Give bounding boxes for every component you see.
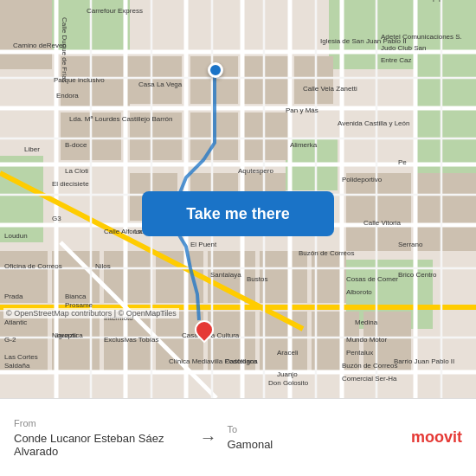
bottom-navigation-bar: From Conde Lucanor Esteban Sáez Alvarado…	[0, 398, 476, 476]
svg-rect-16	[294, 56, 333, 104]
svg-text:Loudun: Loudun	[4, 232, 28, 240]
svg-text:Parque inclusivo: Parque inclusivo	[54, 76, 105, 84]
svg-text:Alimerka: Alimerka	[290, 141, 318, 149]
svg-text:Pan y Más: Pan y Más	[286, 106, 318, 114]
svg-text:Polideportivo: Polideportivo	[342, 176, 383, 183]
svg-text:Camino deReven: Camino deReven	[13, 42, 67, 49]
svg-rect-28	[52, 312, 100, 372]
svg-text:Judo Club San: Judo Club San	[381, 44, 426, 52]
svg-text:Bianca: Bianca	[65, 293, 87, 300]
svg-text:Don Golosito: Don Golosito	[268, 379, 309, 387]
map-copyright: © OpenStreetMap contributors | © OpenMap…	[3, 308, 179, 318]
svg-text:Calle Duque de Frías: Calle Duque de Frías	[61, 17, 68, 83]
svg-rect-15	[242, 113, 290, 160]
svg-text:Buzón de Correos: Buzón de Correos	[342, 362, 397, 370]
svg-text:Bustos: Bustos	[247, 275, 267, 283]
svg-text:Adetel Comunicaciones S.: Adetel Comunicaciones S.	[381, 33, 462, 41]
svg-text:Brico Centro: Brico Centro	[398, 271, 437, 279]
svg-rect-14	[242, 56, 290, 104]
svg-text:El Puent: El Puent	[190, 241, 217, 248]
svg-text:Nilos: Nilos	[95, 262, 111, 270]
svg-text:Las Cortes: Las Cortes	[4, 353, 38, 361]
svg-text:Buzón de Correos: Buzón de Correos	[299, 249, 354, 257]
svg-text:B-doce: B-doce	[65, 141, 87, 149]
svg-text:Castellana: Castellana	[225, 357, 258, 365]
svg-text:Saldaña: Saldaña	[4, 362, 30, 370]
from-label: From	[14, 418, 190, 428]
svg-text:Calle Vela Zanetti: Calle Vela Zanetti	[303, 85, 357, 93]
svg-rect-36	[346, 173, 411, 251]
moovit-brand-text: moovit	[411, 428, 462, 447]
to-value: Gamonal	[228, 438, 403, 451]
svg-text:Lda. Mª Lourdes Castillejo Bar: Lda. Mª Lourdes Castillejo Barrón	[69, 115, 172, 123]
destination-marker	[195, 320, 215, 346]
svg-text:Pentalux: Pentalux	[346, 349, 373, 357]
svg-text:Atlantic: Atlantic	[4, 318, 27, 326]
svg-text:G-2: G-2	[4, 336, 16, 344]
svg-text:Aqutespero: Aqutespero	[238, 167, 273, 175]
map-container: Camino deReven Calle Duque de Frías Call…	[0, 0, 476, 398]
svg-text:Serrano: Serrano	[398, 241, 423, 248]
svg-text:Calle Vitoria: Calle Vitoria	[363, 219, 402, 227]
svg-text:Avenida Castilla y León: Avenida Castilla y León	[338, 119, 409, 127]
svg-text:Iguazú: Iguazú	[56, 331, 77, 339]
svg-text:Juanjo: Juanjo	[277, 370, 298, 378]
start-location-marker	[208, 62, 223, 78]
route-arrow-icon: →	[200, 428, 217, 447]
svg-text:Pe: Pe	[398, 158, 407, 166]
svg-text:p-pinchos: p-pinchos	[433, 0, 463, 2]
svg-text:Alboroto: Alboroto	[346, 288, 372, 296]
svg-rect-3	[415, 69, 476, 173]
route-to-info: To Gamonal	[228, 424, 403, 451]
route-from-info: From Conde Lucanor Esteban Sáez Alvarado	[14, 418, 190, 458]
moovit-logo: moovit	[411, 428, 462, 447]
svg-text:Carrefour Express: Carrefour Express	[87, 7, 143, 15]
svg-text:Comercial Ser-Ha: Comercial Ser-Ha	[342, 375, 397, 383]
svg-rect-35	[415, 173, 476, 251]
svg-text:Casa La Vega: Casa La Vega	[138, 80, 183, 88]
svg-text:Prada: Prada	[4, 293, 23, 300]
svg-text:Liber: Liber	[24, 145, 40, 153]
svg-text:G3: G3	[52, 215, 61, 222]
take-me-there-button[interactable]: Take me there	[142, 191, 334, 236]
svg-text:Medina: Medina	[355, 318, 378, 326]
svg-text:La Cloti: La Cloti	[65, 167, 88, 175]
svg-text:Santalaya: Santalaya	[210, 271, 241, 279]
svg-text:Exclusivas Tobías: Exclusivas Tobías	[104, 336, 158, 344]
svg-rect-5	[0, 156, 43, 242]
svg-text:Barrio Juan Pablo II: Barrio Juan Pablo II	[394, 357, 454, 365]
svg-text:Cosas de Comer: Cosas de Comer	[346, 275, 398, 283]
svg-text:Endora: Endora	[56, 92, 79, 100]
destination-pin	[190, 316, 217, 343]
from-value: Conde Lucanor Esteban Sáez Alvarado	[14, 432, 190, 458]
to-label: To	[228, 424, 403, 434]
svg-text:Araceli: Araceli	[277, 349, 299, 357]
svg-text:Oficina de Correos: Oficina de Correos	[4, 262, 62, 270]
svg-text:El diecisiete: El diecisiete	[52, 180, 89, 188]
svg-text:Mundo Motor: Mundo Motor	[346, 336, 387, 344]
svg-rect-7	[0, 0, 52, 69]
svg-text:Entre Caz: Entre Caz	[381, 56, 412, 64]
